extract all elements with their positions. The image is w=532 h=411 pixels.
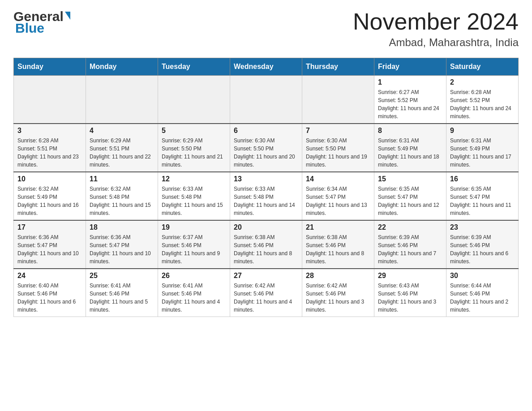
day-number: 21 bbox=[306, 223, 370, 231]
day-info: Sunrise: 6:41 AM Sunset: 5:46 PM Dayligh… bbox=[90, 282, 154, 314]
day-info: Sunrise: 6:35 AM Sunset: 5:47 PM Dayligh… bbox=[378, 185, 442, 217]
calendar-cell: 2Sunrise: 6:28 AM Sunset: 5:52 PM Daylig… bbox=[446, 76, 519, 124]
day-info: Sunrise: 6:33 AM Sunset: 5:48 PM Dayligh… bbox=[162, 185, 226, 217]
calendar-cell: 30Sunrise: 6:44 AM Sunset: 5:46 PM Dayli… bbox=[446, 269, 519, 317]
calendar-cell: 21Sunrise: 6:38 AM Sunset: 5:46 PM Dayli… bbox=[302, 220, 374, 269]
day-info: Sunrise: 6:30 AM Sunset: 5:50 PM Dayligh… bbox=[234, 137, 298, 169]
calendar-day-header: Tuesday bbox=[158, 58, 230, 76]
calendar-cell bbox=[86, 76, 158, 124]
day-number: 11 bbox=[90, 175, 154, 183]
day-number: 13 bbox=[234, 175, 298, 183]
day-number: 1 bbox=[378, 78, 442, 86]
day-number: 18 bbox=[90, 223, 154, 231]
calendar-day-header: Thursday bbox=[302, 58, 374, 76]
calendar-cell: 25Sunrise: 6:41 AM Sunset: 5:46 PM Dayli… bbox=[86, 269, 158, 317]
day-number: 22 bbox=[378, 223, 442, 231]
calendar-cell bbox=[302, 76, 374, 124]
calendar-cell: 27Sunrise: 6:42 AM Sunset: 5:46 PM Dayli… bbox=[230, 269, 302, 317]
calendar-cell: 16Sunrise: 6:35 AM Sunset: 5:47 PM Dayli… bbox=[446, 172, 519, 220]
calendar-cell: 5Sunrise: 6:29 AM Sunset: 5:50 PM Daylig… bbox=[158, 124, 230, 172]
calendar-cell: 23Sunrise: 6:39 AM Sunset: 5:46 PM Dayli… bbox=[446, 220, 519, 269]
day-number: 15 bbox=[378, 175, 442, 183]
calendar-cell bbox=[14, 76, 86, 124]
day-number: 17 bbox=[17, 223, 82, 231]
day-info: Sunrise: 6:38 AM Sunset: 5:46 PM Dayligh… bbox=[306, 233, 370, 265]
calendar-cell: 28Sunrise: 6:42 AM Sunset: 5:46 PM Dayli… bbox=[302, 269, 374, 317]
calendar-cell: 15Sunrise: 6:35 AM Sunset: 5:47 PM Dayli… bbox=[374, 172, 446, 220]
day-number: 23 bbox=[450, 223, 515, 231]
calendar-week-row: 24Sunrise: 6:40 AM Sunset: 5:46 PM Dayli… bbox=[14, 269, 519, 317]
calendar-cell: 29Sunrise: 6:43 AM Sunset: 5:46 PM Dayli… bbox=[374, 269, 446, 317]
day-info: Sunrise: 6:42 AM Sunset: 5:46 PM Dayligh… bbox=[234, 282, 298, 314]
day-number: 30 bbox=[450, 272, 515, 280]
calendar-cell: 14Sunrise: 6:34 AM Sunset: 5:47 PM Dayli… bbox=[302, 172, 374, 220]
day-number: 19 bbox=[162, 223, 226, 231]
calendar-cell: 22Sunrise: 6:39 AM Sunset: 5:46 PM Dayli… bbox=[374, 220, 446, 269]
calendar-day-header: Sunday bbox=[14, 58, 86, 76]
day-info: Sunrise: 6:29 AM Sunset: 5:50 PM Dayligh… bbox=[162, 137, 226, 169]
calendar-cell: 8Sunrise: 6:31 AM Sunset: 5:49 PM Daylig… bbox=[374, 124, 446, 172]
calendar-cell: 6Sunrise: 6:30 AM Sunset: 5:50 PM Daylig… bbox=[230, 124, 302, 172]
day-info: Sunrise: 6:29 AM Sunset: 5:51 PM Dayligh… bbox=[90, 137, 154, 169]
day-info: Sunrise: 6:34 AM Sunset: 5:47 PM Dayligh… bbox=[306, 185, 370, 217]
calendar-cell: 1Sunrise: 6:27 AM Sunset: 5:52 PM Daylig… bbox=[374, 76, 446, 124]
day-number: 14 bbox=[306, 175, 370, 183]
calendar-cell: 26Sunrise: 6:41 AM Sunset: 5:46 PM Dayli… bbox=[158, 269, 230, 317]
day-number: 10 bbox=[17, 175, 82, 183]
calendar-day-header: Wednesday bbox=[230, 58, 302, 76]
day-info: Sunrise: 6:35 AM Sunset: 5:47 PM Dayligh… bbox=[450, 185, 515, 217]
day-number: 25 bbox=[90, 272, 154, 280]
calendar-cell bbox=[158, 76, 230, 124]
day-info: Sunrise: 6:27 AM Sunset: 5:52 PM Dayligh… bbox=[378, 88, 442, 120]
day-number: 6 bbox=[234, 127, 298, 135]
page-header: General Blue November 2024 Ambad, Mahara… bbox=[13, 9, 519, 49]
day-info: Sunrise: 6:32 AM Sunset: 5:49 PM Dayligh… bbox=[17, 185, 82, 217]
calendar-table: SundayMondayTuesdayWednesdayThursdayFrid… bbox=[13, 58, 519, 317]
day-number: 26 bbox=[162, 272, 226, 280]
calendar-cell: 3Sunrise: 6:28 AM Sunset: 5:51 PM Daylig… bbox=[14, 124, 86, 172]
day-info: Sunrise: 6:39 AM Sunset: 5:46 PM Dayligh… bbox=[450, 233, 515, 265]
calendar-week-row: 17Sunrise: 6:36 AM Sunset: 5:47 PM Dayli… bbox=[14, 220, 519, 269]
title-section: November 2024 Ambad, Maharashtra, India bbox=[353, 9, 519, 49]
day-info: Sunrise: 6:33 AM Sunset: 5:48 PM Dayligh… bbox=[234, 185, 298, 217]
calendar-cell: 7Sunrise: 6:30 AM Sunset: 5:50 PM Daylig… bbox=[302, 124, 374, 172]
day-info: Sunrise: 6:43 AM Sunset: 5:46 PM Dayligh… bbox=[378, 282, 442, 314]
calendar-week-row: 10Sunrise: 6:32 AM Sunset: 5:49 PM Dayli… bbox=[14, 172, 519, 220]
day-info: Sunrise: 6:40 AM Sunset: 5:46 PM Dayligh… bbox=[17, 282, 82, 314]
day-info: Sunrise: 6:42 AM Sunset: 5:46 PM Dayligh… bbox=[306, 282, 370, 314]
calendar-week-row: 1Sunrise: 6:27 AM Sunset: 5:52 PM Daylig… bbox=[14, 76, 519, 124]
day-info: Sunrise: 6:44 AM Sunset: 5:46 PM Dayligh… bbox=[450, 282, 515, 314]
day-number: 3 bbox=[17, 127, 82, 135]
calendar-cell: 13Sunrise: 6:33 AM Sunset: 5:48 PM Dayli… bbox=[230, 172, 302, 220]
calendar-cell: 10Sunrise: 6:32 AM Sunset: 5:49 PM Dayli… bbox=[14, 172, 86, 220]
day-number: 12 bbox=[162, 175, 226, 183]
day-number: 20 bbox=[234, 223, 298, 231]
calendar-day-header: Friday bbox=[374, 58, 446, 76]
calendar-cell: 18Sunrise: 6:36 AM Sunset: 5:47 PM Dayli… bbox=[86, 220, 158, 269]
calendar-cell: 24Sunrise: 6:40 AM Sunset: 5:46 PM Dayli… bbox=[14, 269, 86, 317]
month-title: November 2024 bbox=[353, 9, 519, 34]
calendar-cell: 20Sunrise: 6:38 AM Sunset: 5:46 PM Dayli… bbox=[230, 220, 302, 269]
day-info: Sunrise: 6:32 AM Sunset: 5:48 PM Dayligh… bbox=[90, 185, 154, 217]
day-number: 29 bbox=[378, 272, 442, 280]
calendar-day-header: Monday bbox=[86, 58, 158, 76]
day-info: Sunrise: 6:28 AM Sunset: 5:51 PM Dayligh… bbox=[17, 137, 82, 169]
day-info: Sunrise: 6:31 AM Sunset: 5:49 PM Dayligh… bbox=[378, 137, 442, 169]
day-number: 2 bbox=[450, 78, 515, 86]
day-number: 4 bbox=[90, 127, 154, 135]
calendar-week-row: 3Sunrise: 6:28 AM Sunset: 5:51 PM Daylig… bbox=[14, 124, 519, 172]
calendar-day-header: Saturday bbox=[446, 58, 519, 76]
day-number: 9 bbox=[450, 127, 515, 135]
day-info: Sunrise: 6:36 AM Sunset: 5:47 PM Dayligh… bbox=[17, 233, 82, 265]
day-info: Sunrise: 6:41 AM Sunset: 5:46 PM Dayligh… bbox=[162, 282, 226, 314]
day-number: 5 bbox=[162, 127, 226, 135]
calendar-cell: 11Sunrise: 6:32 AM Sunset: 5:48 PM Dayli… bbox=[86, 172, 158, 220]
day-info: Sunrise: 6:38 AM Sunset: 5:46 PM Dayligh… bbox=[234, 233, 298, 265]
day-number: 27 bbox=[234, 272, 298, 280]
day-info: Sunrise: 6:31 AM Sunset: 5:49 PM Dayligh… bbox=[450, 137, 515, 169]
day-number: 24 bbox=[17, 272, 82, 280]
logo-blue: Blue bbox=[15, 21, 44, 36]
calendar-header-row: SundayMondayTuesdayWednesdayThursdayFrid… bbox=[14, 58, 519, 76]
day-number: 8 bbox=[378, 127, 442, 135]
calendar-cell bbox=[230, 76, 302, 124]
